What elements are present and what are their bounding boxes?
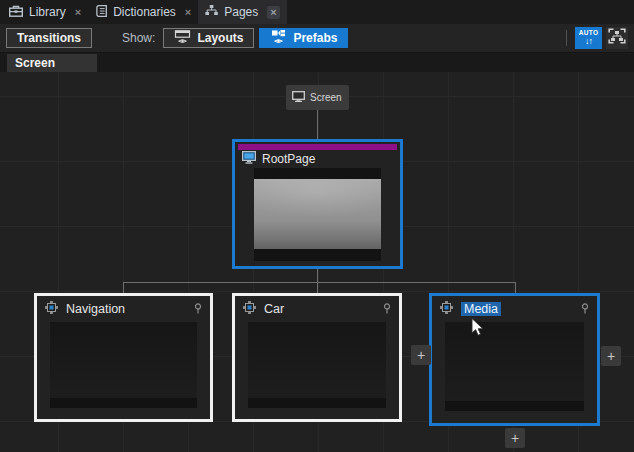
toolbox-icon xyxy=(9,5,23,20)
pin-icon[interactable] xyxy=(194,303,202,315)
connector-rootpage-bus xyxy=(317,269,318,282)
show-label: Show: xyxy=(122,31,155,45)
book-icon xyxy=(95,5,107,20)
tab-dictionaries[interactable]: Dictionaries × xyxy=(88,0,198,24)
connector-screen-rootpage xyxy=(317,110,318,139)
hierarchy-icon xyxy=(205,5,218,19)
node-preview-thumbnail xyxy=(445,322,584,411)
layouts-label: Layouts xyxy=(197,31,243,45)
node-graph-canvas[interactable]: Screen RootPage Navigatio xyxy=(0,72,634,452)
tab-label: Library xyxy=(29,5,66,19)
node-header: Navigation xyxy=(37,296,210,322)
prefab-chip-icon xyxy=(440,301,453,317)
connector-stub-media xyxy=(515,282,516,293)
breadcrumb-bar: Screen xyxy=(0,54,634,72)
layouts-toggle-button[interactable]: Layouts xyxy=(163,28,254,48)
pin-icon[interactable] xyxy=(383,303,391,315)
rootpage-preview-thumbnail xyxy=(254,168,381,261)
node-header: Car xyxy=(235,296,399,322)
node-preview-thumbnail xyxy=(50,322,197,408)
tab-library[interactable]: Library × xyxy=(2,0,88,24)
toolbar-separator xyxy=(566,30,567,46)
node-screen[interactable]: Screen xyxy=(286,85,349,110)
tab-label: Pages xyxy=(224,5,258,19)
node-label: RootPage xyxy=(262,152,315,166)
preview-top-strip xyxy=(254,168,381,179)
toolbar: Transitions Show: Layouts Prefabs AUTO ↓… xyxy=(0,24,634,53)
add-child-below-media-button[interactable]: + xyxy=(505,428,525,448)
pages-editor-window: Library × Dictionaries × Pages × Transit… xyxy=(0,0,634,452)
close-icon[interactable]: × xyxy=(185,7,191,18)
preview-bottom-strip xyxy=(254,249,381,261)
close-icon[interactable]: × xyxy=(75,7,81,18)
close-icon[interactable]: × xyxy=(267,6,279,19)
toolbar-right-group: AUTO ↓↑ xyxy=(566,27,628,49)
add-page-left-of-media-button[interactable]: + xyxy=(411,345,431,365)
node-car[interactable]: Car xyxy=(232,293,402,422)
node-media[interactable]: Media xyxy=(429,293,600,426)
auto-arrows-icon: ↓↑ xyxy=(585,37,592,46)
node-label: Screen xyxy=(310,92,342,103)
node-navigation[interactable]: Navigation xyxy=(34,293,213,422)
prefabs-label: Prefabs xyxy=(293,31,337,45)
prefab-chip-icon xyxy=(45,301,58,317)
node-label: Navigation xyxy=(66,302,125,316)
tab-label: Dictionaries xyxy=(113,5,176,19)
node-label: Media xyxy=(461,302,501,316)
connector-stub-car xyxy=(317,282,318,293)
add-page-right-of-media-button[interactable]: + xyxy=(601,346,621,366)
fit-view-button[interactable] xyxy=(606,27,628,49)
prefabs-toggle-button[interactable]: Prefabs xyxy=(259,28,348,48)
prefab-chip-icon xyxy=(243,301,256,317)
auto-arrange-button[interactable]: AUTO ↓↑ xyxy=(575,27,602,49)
node-rootpage[interactable]: RootPage xyxy=(232,139,403,269)
node-label: Car xyxy=(264,302,284,316)
node-header: Media xyxy=(432,296,597,322)
pin-icon[interactable] xyxy=(581,303,589,315)
breadcrumb-screen-tab[interactable]: Screen xyxy=(7,54,97,72)
layout-eye-icon xyxy=(174,30,191,47)
monitor-icon xyxy=(292,91,305,104)
page-monitor-icon xyxy=(242,151,256,167)
connector-stub-navigation xyxy=(123,282,124,293)
fit-tree-icon xyxy=(608,28,626,48)
mouse-cursor xyxy=(471,318,485,342)
connector-bus xyxy=(123,282,516,283)
tab-pages[interactable]: Pages × xyxy=(198,0,286,24)
rootpage-header: RootPage xyxy=(235,150,400,168)
document-tabbar: Library × Dictionaries × Pages × xyxy=(0,0,634,24)
transitions-button[interactable]: Transitions xyxy=(6,28,92,48)
preview-gradient xyxy=(254,179,381,249)
prefab-eye-icon xyxy=(270,30,287,47)
node-preview-thumbnail xyxy=(248,322,386,408)
